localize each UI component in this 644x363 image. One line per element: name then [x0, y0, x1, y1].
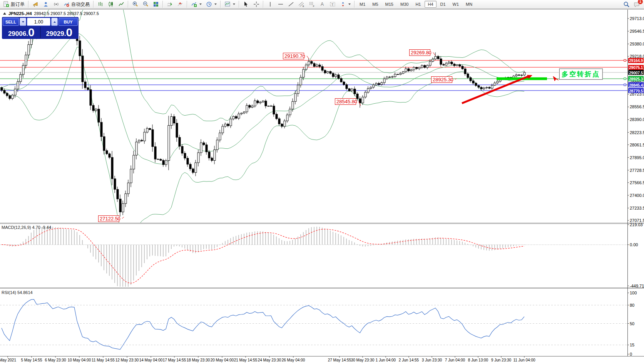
- ohlc-values: 28942.5 29007.5 28937.5 29007.5: [34, 11, 99, 16]
- callout-handle-icon: [118, 218, 120, 220]
- price-badge: 28925.3: [628, 76, 644, 81]
- chart-canvas[interactable]: [0, 0, 644, 363]
- chart-title: JPN225-,H4 28942.5 29007.5 28937.5 29007…: [3, 11, 99, 16]
- price-callout-label[interactable]: 28545.8: [335, 98, 356, 105]
- volume-decrease-button[interactable]: [20, 18, 26, 26]
- rsi-header: RSI(14) 54.8614: [2, 290, 33, 295]
- collapse-arrow-icon[interactable]: [3, 12, 6, 15]
- callout-handle-icon: [451, 79, 453, 81]
- buy-button[interactable]: BUY: [59, 18, 78, 26]
- price-badge: 29164.9: [628, 58, 644, 63]
- sell-button[interactable]: SELL: [3, 18, 19, 26]
- callout-handle-icon: [355, 101, 357, 103]
- price-callout-label[interactable]: 28925.3: [431, 76, 452, 83]
- mt4-window: 新订单 自动交易: [0, 0, 644, 363]
- price-callout-label[interactable]: 29269.8: [409, 49, 430, 56]
- macd-header: MACD(12,26,9) 4.70 -9.44: [2, 225, 51, 230]
- price-badge: 28845.4: [628, 82, 644, 87]
- callout-handle-icon: [429, 52, 431, 54]
- symbol-name: JPN225-,H4: [8, 11, 32, 16]
- annotation-label[interactable]: 多空转折点: [559, 68, 603, 80]
- triangle-up-icon: [54, 21, 56, 23]
- one-click-trading-panel: SELL 1.00 BUY 29006.0 29029.0: [2, 17, 79, 39]
- triangle-down-icon: [22, 21, 24, 23]
- price-badge: 29075.1: [628, 65, 644, 70]
- callout-handle-icon: [303, 55, 305, 57]
- sell-price[interactable]: 29006.0: [3, 27, 40, 38]
- buy-price[interactable]: 29029.0: [41, 27, 78, 38]
- price-badge: 29007.5: [628, 70, 644, 75]
- volume-input[interactable]: 1.00: [27, 18, 50, 26]
- price-callout-label[interactable]: 27122.5: [98, 215, 119, 222]
- price-badge: 28770.5: [628, 88, 644, 93]
- price-callout-label[interactable]: 29190.7: [283, 53, 304, 59]
- volume-increase-button[interactable]: [51, 18, 58, 26]
